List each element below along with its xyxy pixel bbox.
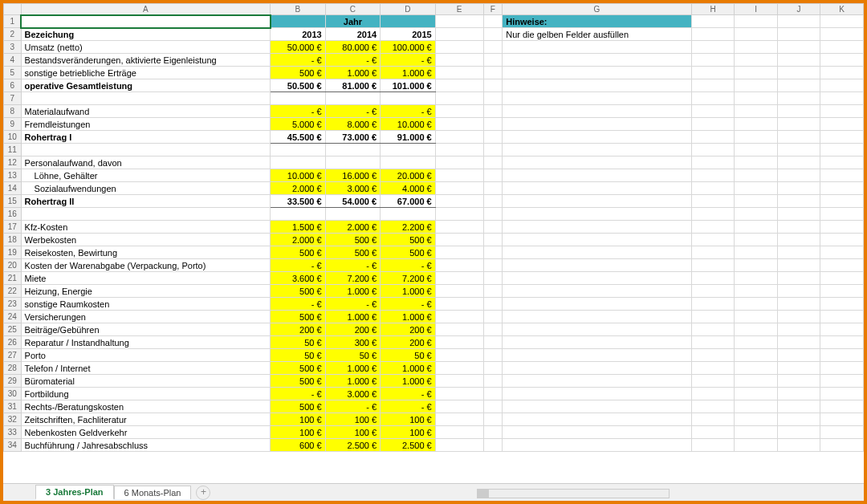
- cell[interactable]: [820, 67, 864, 79]
- cell[interactable]: [777, 298, 820, 311]
- cell[interactable]: [503, 413, 692, 426]
- cell[interactable]: [735, 439, 778, 452]
- cell[interactable]: [820, 272, 864, 285]
- value-cell[interactable]: - €: [381, 388, 436, 400]
- cell[interactable]: [691, 156, 735, 169]
- col-header-c[interactable]: C: [325, 4, 381, 15]
- cell[interactable]: [435, 439, 483, 452]
- label-cell[interactable]: Materialaufwand: [21, 105, 271, 118]
- cell[interactable]: [777, 221, 820, 234]
- value-cell[interactable]: - €: [271, 388, 326, 400]
- cell[interactable]: [483, 169, 503, 182]
- cell[interactable]: [691, 246, 735, 259]
- row-header[interactable]: 23: [4, 298, 22, 311]
- cell[interactable]: [435, 413, 483, 426]
- value-cell[interactable]: 500 €: [325, 246, 381, 259]
- value-cell[interactable]: [381, 156, 436, 169]
- cell[interactable]: [483, 298, 503, 311]
- cell[interactable]: [735, 400, 778, 413]
- cell[interactable]: [483, 246, 503, 259]
- cell[interactable]: [735, 41, 778, 54]
- value-cell[interactable]: - €: [325, 105, 381, 118]
- cell[interactable]: [503, 105, 692, 118]
- value-cell[interactable]: 91.000 €: [381, 131, 436, 144]
- row-header[interactable]: 2: [4, 28, 22, 41]
- cell[interactable]: [820, 234, 864, 246]
- cell[interactable]: [820, 92, 864, 105]
- cell[interactable]: [503, 400, 692, 413]
- cell[interactable]: [503, 131, 692, 144]
- cell[interactable]: [777, 323, 820, 336]
- cell[interactable]: [820, 195, 864, 208]
- value-cell[interactable]: [271, 156, 326, 169]
- cell[interactable]: [735, 323, 778, 336]
- cell[interactable]: [503, 311, 692, 323]
- value-cell[interactable]: 50 €: [271, 349, 326, 362]
- cell[interactable]: [503, 182, 692, 195]
- cell[interactable]: [503, 41, 692, 54]
- label-cell[interactable]: Büromaterial: [21, 375, 271, 388]
- value-cell[interactable]: 500 €: [271, 246, 326, 259]
- value-cell[interactable]: 50.500 €: [271, 79, 326, 92]
- col-header-j[interactable]: J: [777, 4, 820, 15]
- cell[interactable]: [483, 426, 503, 439]
- value-cell[interactable]: 2.000 €: [271, 182, 326, 195]
- row-header[interactable]: 12: [4, 156, 22, 169]
- value-cell[interactable]: 100.000 €: [381, 41, 436, 54]
- label-cell[interactable]: sonstige Raumkosten: [21, 298, 271, 311]
- value-cell[interactable]: - €: [381, 54, 436, 67]
- label-cell[interactable]: Porto: [21, 349, 271, 362]
- value-cell[interactable]: 200 €: [381, 336, 436, 349]
- cell[interactable]: [483, 144, 503, 156]
- cell[interactable]: [503, 362, 692, 375]
- label-cell[interactable]: Kfz-Kosten: [21, 221, 271, 234]
- cell[interactable]: [435, 105, 483, 118]
- cell[interactable]: [735, 169, 778, 182]
- cell[interactable]: [435, 195, 483, 208]
- cell[interactable]: [483, 336, 503, 349]
- cell[interactable]: [777, 259, 820, 272]
- value-cell[interactable]: 10.000 €: [381, 118, 436, 131]
- value-cell[interactable]: 33.500 €: [271, 195, 326, 208]
- cell[interactable]: [503, 156, 692, 169]
- value-cell[interactable]: 81.000 €: [325, 79, 381, 92]
- label-cell[interactable]: Fortbildung: [21, 388, 271, 400]
- cell[interactable]: [435, 92, 483, 105]
- label-cell[interactable]: [21, 92, 271, 105]
- cell[interactable]: [503, 195, 692, 208]
- cell[interactable]: [777, 362, 820, 375]
- row-header[interactable]: 3: [4, 41, 22, 54]
- cell[interactable]: [777, 144, 820, 156]
- cell[interactable]: [735, 144, 778, 156]
- cell[interactable]: [483, 388, 503, 400]
- cell[interactable]: [503, 144, 692, 156]
- value-cell[interactable]: 54.000 €: [325, 195, 381, 208]
- cell[interactable]: [503, 285, 692, 298]
- cell[interactable]: [777, 182, 820, 195]
- cell[interactable]: [735, 156, 778, 169]
- cell[interactable]: [777, 413, 820, 426]
- cell[interactable]: [691, 54, 735, 67]
- row-header[interactable]: 9: [4, 118, 22, 131]
- row-header[interactable]: 31: [4, 400, 22, 413]
- cell[interactable]: [777, 336, 820, 349]
- value-cell[interactable]: 67.000 €: [381, 195, 436, 208]
- label-cell[interactable]: Reparatur / Instandhaltung: [21, 336, 271, 349]
- label-cell[interactable]: Rohertrag II: [21, 195, 271, 208]
- cell[interactable]: [820, 144, 864, 156]
- row-header[interactable]: 21: [4, 272, 22, 285]
- row-header[interactable]: 1: [4, 15, 22, 28]
- cell[interactable]: [691, 169, 735, 182]
- cell[interactable]: [435, 298, 483, 311]
- cell[interactable]: [503, 67, 692, 79]
- cell[interactable]: [777, 131, 820, 144]
- cell[interactable]: [435, 169, 483, 182]
- cell[interactable]: [435, 15, 483, 28]
- col-header-e[interactable]: E: [435, 4, 483, 15]
- cell[interactable]: [503, 323, 692, 336]
- cell[interactable]: [735, 92, 778, 105]
- cell[interactable]: [735, 195, 778, 208]
- value-cell[interactable]: 73.000 €: [325, 131, 381, 144]
- value-cell[interactable]: 100 €: [381, 426, 436, 439]
- cell[interactable]: [777, 41, 820, 54]
